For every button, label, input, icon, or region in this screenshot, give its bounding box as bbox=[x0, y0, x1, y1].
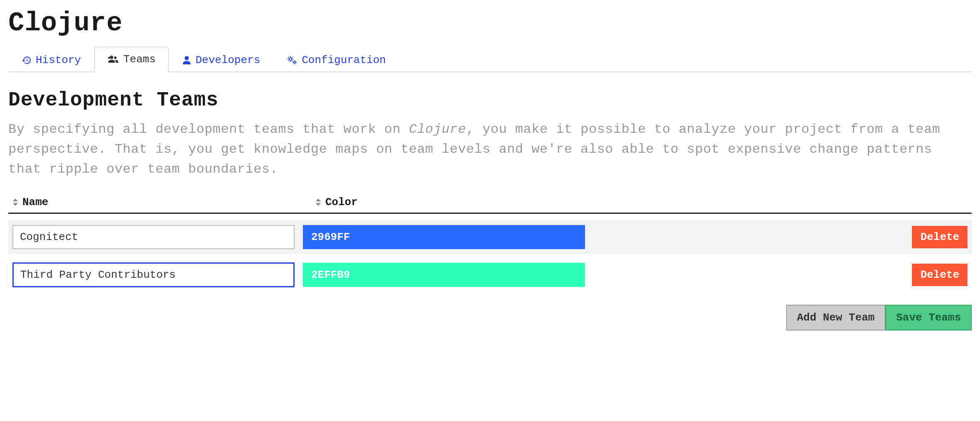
column-header-color[interactable]: Color bbox=[307, 196, 358, 208]
table-header: Name Color bbox=[8, 196, 972, 214]
sort-icon bbox=[315, 198, 321, 206]
tab-developers[interactable]: Developers bbox=[169, 47, 273, 72]
column-label: Color bbox=[325, 196, 358, 208]
sort-icon bbox=[12, 198, 18, 206]
svg-point-1 bbox=[114, 56, 117, 59]
color-swatch[interactable]: 2969FF bbox=[303, 225, 585, 249]
save-teams-button[interactable]: Save Teams bbox=[885, 305, 972, 330]
team-name-input[interactable] bbox=[12, 225, 295, 249]
tab-label: Teams bbox=[123, 53, 156, 66]
svg-point-4 bbox=[289, 58, 292, 60]
tab-label: History bbox=[36, 54, 81, 66]
tab-history[interactable]: History bbox=[8, 47, 94, 72]
svg-point-5 bbox=[294, 61, 296, 64]
user-icon bbox=[182, 55, 191, 65]
svg-point-0 bbox=[110, 56, 113, 59]
users-icon bbox=[107, 54, 119, 64]
tab-teams[interactable]: Teams bbox=[94, 47, 169, 72]
description-text: By specifying all development teams that… bbox=[8, 122, 409, 137]
history-icon bbox=[22, 55, 32, 65]
svg-point-2 bbox=[108, 57, 110, 59]
section-description: By specifying all development teams that… bbox=[8, 120, 972, 179]
delete-button[interactable]: Delete bbox=[912, 264, 968, 286]
table-row: 2EFFB9Delete bbox=[8, 257, 972, 292]
page-title: Clojure bbox=[8, 8, 972, 38]
action-buttons: Add New Team Save Teams bbox=[8, 305, 972, 330]
team-name-input[interactable] bbox=[12, 262, 295, 287]
section-title: Development Teams bbox=[8, 89, 972, 111]
tab-bar: History Teams Developers Configuration bbox=[8, 47, 972, 72]
description-project-name: Clojure bbox=[409, 122, 466, 137]
tab-label: Configuration bbox=[302, 54, 386, 66]
svg-point-3 bbox=[185, 56, 189, 60]
tab-configuration[interactable]: Configuration bbox=[273, 47, 399, 72]
cogs-icon bbox=[287, 55, 297, 65]
column-label: Name bbox=[22, 196, 48, 208]
color-swatch[interactable]: 2EFFB9 bbox=[303, 263, 585, 287]
delete-button[interactable]: Delete bbox=[912, 226, 968, 248]
tab-label: Developers bbox=[195, 54, 260, 66]
table-row: 2969FFDelete bbox=[8, 220, 972, 254]
teams-table: Name Color 2969FFDelete2EFFB9Delete bbox=[8, 196, 972, 292]
column-header-name[interactable]: Name bbox=[8, 196, 307, 208]
add-new-team-button[interactable]: Add New Team bbox=[786, 305, 885, 330]
